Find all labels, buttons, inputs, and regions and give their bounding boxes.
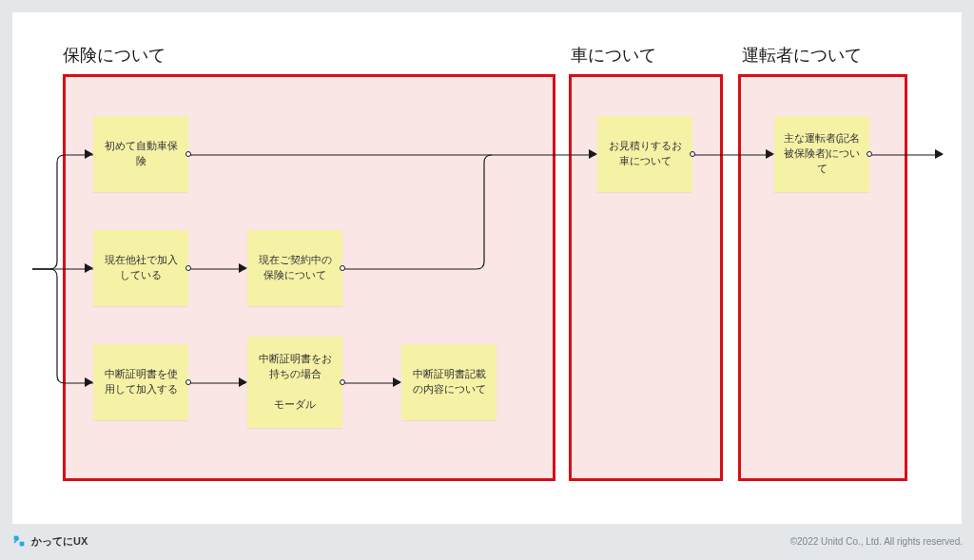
note-first-time: 初めて自動車保険: [93, 116, 188, 192]
note-suspension-contents: 中断証明書記載の内容について: [401, 344, 497, 420]
note-suspension-modal: 中断証明書をお持ちの場合 モーダル: [247, 337, 342, 428]
note-car-quote: お見積りするお車について: [597, 116, 692, 192]
note-current-contract: 現在ご契約中の保険について: [247, 230, 342, 306]
port-dot: [185, 379, 191, 385]
section-title-driver: 運転者について: [742, 44, 862, 67]
port-dot: [185, 151, 191, 157]
port-dot: [690, 151, 695, 157]
note-main-driver: 主な運転者(記名被保険者)について: [774, 116, 869, 192]
arrow-head: [766, 149, 774, 159]
port-dot: [867, 151, 872, 157]
port-dot: [340, 379, 345, 385]
port-dot: [340, 265, 345, 271]
section-title-insurance: 保険について: [63, 44, 166, 67]
arrow-head: [85, 149, 93, 159]
brand: かってにUX: [11, 533, 88, 549]
arrow-head: [85, 377, 93, 387]
arrow-head: [589, 149, 597, 159]
arrow-head: [935, 149, 944, 159]
note-has-suspension: 中断証明書を使用して加入する: [93, 344, 188, 420]
copyright: ©2022 Unitd Co., Ltd. All rights reserve…: [790, 536, 963, 547]
arrow-head: [239, 377, 247, 387]
brand-text: かってにUX: [31, 534, 88, 549]
arrow-head: [393, 377, 401, 387]
brand-icon: [11, 533, 27, 549]
inner-frame: 保険について 車について 運転者について 初めて自動車保険 現在他社で加入してい…: [32, 32, 942, 504]
arrow-head: [85, 263, 93, 273]
arrow-head: [239, 263, 247, 273]
footer: かってにUX ©2022 Unitd Co., Ltd. All rights …: [11, 529, 963, 553]
port-dot: [185, 265, 191, 271]
section-title-car: 車について: [571, 44, 656, 67]
slide-canvas: 保険について 車について 運転者について 初めて自動車保険 現在他社で加入してい…: [11, 11, 963, 525]
note-other-company: 現在他社で加入している: [93, 230, 188, 306]
